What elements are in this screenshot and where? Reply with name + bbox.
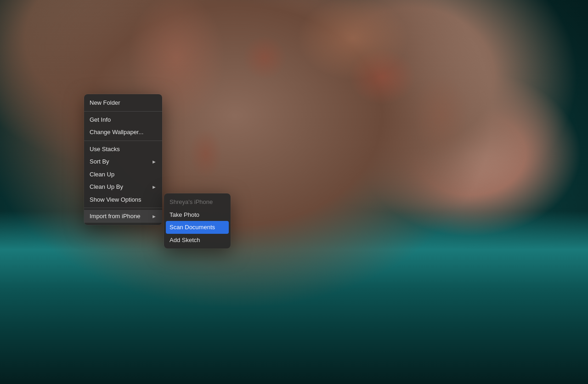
submenu-item-add-sketch[interactable]: Add Sketch <box>164 234 231 247</box>
menu-item-show-view-options[interactable]: Show View Options <box>84 193 162 206</box>
menu-item-sort-by[interactable]: Sort By ► <box>84 155 162 168</box>
menu-item-import-from-iphone[interactable]: Import from iPhone ► <box>84 210 162 223</box>
context-menu: New Folder Get Info Change Wallpaper... … <box>84 94 162 225</box>
menu-separator-3 <box>84 208 162 208</box>
chevron-right-icon-2: ► <box>152 183 157 191</box>
menu-item-clean-up[interactable]: Clean Up <box>84 168 162 181</box>
menu-separator-1 <box>84 111 162 112</box>
submenu-item-shreyas-iphone: Shreya's iPhone <box>164 196 231 209</box>
menu-item-clean-up-by[interactable]: Clean Up By ► <box>84 181 162 193</box>
submenu-import-from-iphone: Shreya's iPhone Take Photo Scan Document… <box>164 193 231 248</box>
menu-item-new-folder[interactable]: New Folder <box>84 96 162 109</box>
menu-separator-2 <box>84 141 162 141</box>
chevron-right-icon: ► <box>152 158 157 166</box>
menu-item-get-info[interactable]: Get Info <box>84 113 162 126</box>
menu-item-change-wallpaper[interactable]: Change Wallpaper... <box>84 126 162 139</box>
submenu-item-scan-documents[interactable]: Scan Documents <box>166 221 229 234</box>
submenu-item-take-photo[interactable]: Take Photo <box>164 209 231 221</box>
chevron-right-icon-3: ► <box>152 213 157 220</box>
menu-item-use-stacks[interactable]: Use Stacks <box>84 143 162 156</box>
